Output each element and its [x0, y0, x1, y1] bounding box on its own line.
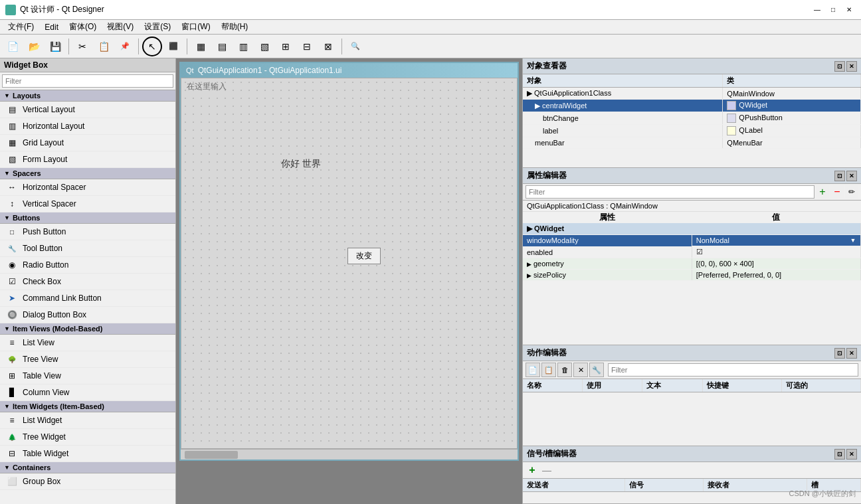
- widget-box: Widget Box Layouts ▤ Vertical Layout ▥ H…: [0, 58, 176, 504]
- toolbar-layout2[interactable]: ▦: [191, 37, 211, 56]
- toolbar-layout4[interactable]: ▥: [233, 37, 253, 56]
- scrollbar-thumb[interactable]: [185, 451, 238, 459]
- toolbar-layout7[interactable]: ⊟: [297, 37, 317, 56]
- prop-value-cell[interactable]: NonModal ▼: [692, 235, 861, 246]
- menu-window[interactable]: 窗口(W): [176, 20, 215, 34]
- action-delete-btn[interactable]: ✕: [573, 363, 588, 377]
- maximize-button[interactable]: □: [826, 3, 840, 17]
- close-button[interactable]: ✕: [842, 3, 856, 17]
- toolbar-new[interactable]: 📄: [3, 37, 23, 56]
- minimize-button[interactable]: —: [811, 3, 824, 17]
- action-paste-btn[interactable]: 🗑: [557, 363, 572, 377]
- prop-group-label: ▶ QWidget: [523, 223, 861, 235]
- signal-remove-btn[interactable]: —: [540, 463, 553, 477]
- signal-add-btn[interactable]: +: [526, 463, 539, 477]
- table-row[interactable]: ▶sizePolicy [Preferred, Preferred, 0, 0]: [523, 270, 861, 281]
- action-edit-btn[interactable]: 🔧: [589, 363, 604, 377]
- toolbar-layout6[interactable]: ⊞: [276, 37, 296, 56]
- action-new-btn[interactable]: 📄: [526, 363, 540, 377]
- action-close-btn[interactable]: ✕: [846, 348, 857, 359]
- panel-float-button[interactable]: ⊡: [834, 61, 845, 72]
- menu-view[interactable]: 视图(V): [102, 20, 139, 34]
- action-col-name: 名称: [523, 379, 582, 392]
- prop-value-cell[interactable]: ☑: [692, 246, 860, 258]
- table-row[interactable]: menuBar QMenuBar: [523, 137, 861, 149]
- wb-item-check-box[interactable]: ☑ Check Box: [0, 274, 175, 290]
- wb-item-vertical-spacer[interactable]: ↕ Vertical Spacer: [0, 196, 175, 212]
- toolbar-layout3[interactable]: ▤: [212, 37, 232, 56]
- toolbar-open[interactable]: 📂: [24, 37, 44, 56]
- wb-item-table-view[interactable]: ⊞ Table View: [0, 368, 175, 384]
- canvas-button[interactable]: 改变: [347, 248, 381, 264]
- obj-object-cell: menuBar: [523, 137, 723, 149]
- toolbar-zoom[interactable]: 🔍: [345, 37, 365, 56]
- wb-category-spacers[interactable]: Spacers: [0, 168, 175, 179]
- wb-item-list-view[interactable]: ≡ List View: [0, 335, 175, 351]
- wb-item-vertical-layout[interactable]: ▤ Vertical Layout: [0, 102, 175, 118]
- designer-window-title: QtGuiApplication1 - QtGuiApplication1.ui: [198, 66, 342, 75]
- property-close-btn[interactable]: ✕: [846, 171, 857, 181]
- toolbar-layout8[interactable]: ⊠: [318, 37, 338, 56]
- wb-item-horizontal-spacer[interactable]: ↔ Horizontal Spacer: [0, 179, 175, 196]
- toolbar-copy[interactable]: 📋: [94, 37, 114, 56]
- wb-category-containers[interactable]: Containers: [0, 462, 175, 473]
- prop-dropdown-icon[interactable]: ▼: [850, 237, 856, 244]
- signal-float-btn[interactable]: ⊡: [834, 449, 845, 460]
- prop-value-cell: [(0, 0), 600 × 400]: [692, 258, 860, 270]
- wb-category-buttons[interactable]: Buttons: [0, 212, 175, 224]
- table-row[interactable]: windowModality NonModal ▼: [523, 235, 861, 247]
- property-filter-input[interactable]: [526, 185, 814, 199]
- wb-item-tree-view[interactable]: 🌳 Tree View: [0, 351, 175, 368]
- table-row[interactable]: ▶ QtGuiApplication1Class QMainWindow: [523, 88, 861, 100]
- action-float-btn[interactable]: ⊡: [834, 348, 845, 359]
- toolbar-sep-1: [68, 39, 69, 54]
- wb-item-horizontal-layout[interactable]: ▥ Horizontal Layout: [0, 118, 175, 135]
- signal-close-btn[interactable]: ✕: [846, 449, 857, 460]
- toolbar-save[interactable]: 💾: [45, 37, 65, 56]
- table-row[interactable]: label QLabel: [523, 125, 861, 137]
- wb-item-group-box[interactable]: ⬜ Group Box: [0, 473, 175, 490]
- wb-item-tool-button[interactable]: 🔧 Tool Button: [0, 240, 175, 257]
- menu-form[interactable]: 窗体(O): [64, 20, 102, 34]
- menu-settings[interactable]: 设置(S): [139, 20, 176, 34]
- horizontal-scrollbar[interactable]: [181, 449, 518, 460]
- wb-item-radio-button[interactable]: ◉ Radio Button: [0, 257, 175, 274]
- property-remove-btn[interactable]: −: [830, 185, 844, 199]
- table-row[interactable]: btnChange QPushButton: [523, 112, 861, 125]
- wb-item-dialog-button-box[interactable]: 🔘 Dialog Button Box: [0, 307, 175, 323]
- table-row[interactable]: ▶geometry [(0, 0), 600 × 400]: [523, 258, 861, 270]
- action-copy-btn[interactable]: 📋: [541, 363, 556, 377]
- object-inspector-title: 对象查看器 ⊡ ✕: [523, 58, 861, 74]
- toolbar-layout1[interactable]: ⬛: [163, 37, 183, 56]
- action-filter-input[interactable]: [608, 363, 858, 377]
- widget-box-filter-input[interactable]: [2, 74, 173, 88]
- wb-category-layouts[interactable]: Layouts: [0, 90, 175, 102]
- designer-canvas[interactable]: 在这里输入 你好 世界 改变: [181, 78, 518, 449]
- horizontal-spacer-icon: ↔: [5, 181, 19, 194]
- wb-item-command-link-button[interactable]: ➤ Command Link Button: [0, 290, 175, 307]
- panel-close-button[interactable]: ✕: [846, 61, 857, 72]
- command-link-button-icon: ➤: [5, 292, 19, 305]
- wb-item-column-view[interactable]: ▊ Column View: [0, 384, 175, 401]
- wb-item-label: Tree Widget: [23, 432, 66, 442]
- wb-category-item-widgets[interactable]: Item Widgets (Item-Based): [0, 401, 175, 412]
- property-edit-btn[interactable]: ✏: [845, 185, 858, 199]
- toolbar-paste[interactable]: 📌: [115, 37, 135, 56]
- wb-item-form-layout[interactable]: ▧ Form Layout: [0, 151, 175, 168]
- menu-help[interactable]: 帮助(H): [216, 20, 254, 34]
- property-add-btn[interactable]: +: [816, 185, 829, 199]
- menu-edit[interactable]: Edit: [39, 21, 64, 33]
- wb-item-tree-widget[interactable]: 🌲 Tree Widget: [0, 429, 175, 446]
- property-float-btn[interactable]: ⊡: [834, 171, 845, 181]
- wb-item-push-button[interactable]: □ Push Button: [0, 224, 175, 240]
- toolbar-pointer[interactable]: ↖: [142, 37, 162, 56]
- wb-item-table-widget[interactable]: ⊟ Table Widget: [0, 446, 175, 462]
- menu-file[interactable]: 文件(F): [3, 20, 39, 34]
- wb-item-grid-layout[interactable]: ▦ Grid Layout: [0, 135, 175, 151]
- wb-item-list-widget[interactable]: ≡ List Widget: [0, 412, 175, 429]
- wb-category-item-views[interactable]: Item Views (Model-Based): [0, 323, 175, 335]
- table-row[interactable]: ▶ centralWidget QWidget: [523, 100, 861, 112]
- toolbar-cut[interactable]: ✂: [72, 37, 92, 56]
- table-row[interactable]: enabled ☑: [523, 246, 861, 258]
- toolbar-layout5[interactable]: ▧: [254, 37, 274, 56]
